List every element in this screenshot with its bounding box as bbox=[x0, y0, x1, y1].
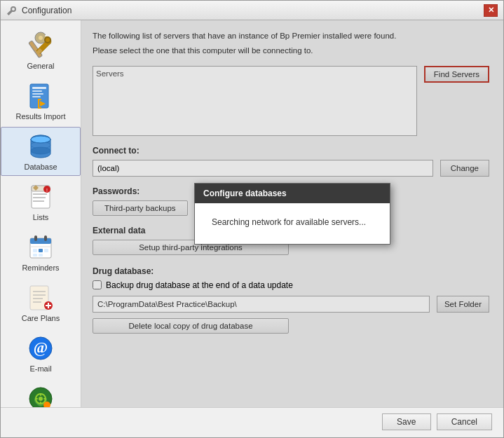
title-wrench-icon bbox=[6, 5, 18, 16]
sidebar: General Results Import bbox=[1, 20, 81, 407]
sidebar-item-database[interactable]: Database bbox=[1, 127, 81, 176]
sidebar-item-reminders-label: Reminders bbox=[22, 264, 59, 272]
svg-rect-31 bbox=[39, 254, 43, 256]
svg-point-13 bbox=[31, 147, 50, 154]
svg-point-2 bbox=[39, 36, 43, 40]
modal-overlay: Configure databases Searching network fo… bbox=[81, 20, 503, 407]
sidebar-item-email-label: E-mail bbox=[29, 364, 51, 373]
title-bar: Configuration ✕ bbox=[1, 1, 503, 20]
svg-rect-45 bbox=[40, 393, 41, 396]
wrench-icon bbox=[26, 31, 55, 60]
sidebar-item-results-import[interactable]: Results Import bbox=[1, 76, 81, 125]
title-bar-left: Configuration bbox=[6, 5, 71, 16]
svg-rect-46 bbox=[40, 402, 41, 404]
sidebar-item-general[interactable]: General bbox=[1, 26, 81, 75]
care-plans-icon bbox=[26, 283, 55, 313]
lists-icon: ! bbox=[26, 182, 55, 212]
configure-databases-modal: Configure databases Searching network fo… bbox=[194, 183, 390, 245]
main-content: The following list of servers that have … bbox=[81, 20, 503, 407]
footer: Save Cancel bbox=[1, 407, 503, 437]
sidebar-item-care-plans[interactable]: Care Plans bbox=[1, 278, 81, 327]
svg-rect-9 bbox=[32, 96, 41, 97]
save-button[interactable]: Save bbox=[382, 413, 431, 430]
sidebar-item-lists-label: Lists bbox=[33, 213, 49, 221]
sidebar-item-email[interactable]: @ E-mail bbox=[1, 329, 81, 378]
bp-comms-icon bbox=[26, 384, 55, 407]
results-import-icon bbox=[26, 81, 55, 111]
svg-rect-30 bbox=[33, 254, 37, 256]
svg-rect-23 bbox=[30, 238, 51, 244]
svg-text:!: ! bbox=[46, 188, 48, 193]
svg-rect-29 bbox=[44, 249, 48, 252]
svg-rect-47 bbox=[35, 398, 38, 399]
sidebar-item-database-label: Database bbox=[24, 163, 57, 171]
svg-text:@: @ bbox=[34, 338, 48, 356]
sidebar-item-bp-comms[interactable]: Bp Comms bbox=[1, 379, 81, 407]
svg-rect-28 bbox=[39, 249, 43, 252]
svg-point-14 bbox=[31, 136, 50, 143]
svg-rect-8 bbox=[32, 93, 43, 95]
window-body: General Results Import bbox=[1, 20, 503, 407]
reminders-icon bbox=[26, 233, 55, 262]
close-button[interactable]: ✕ bbox=[484, 4, 498, 17]
svg-rect-24 bbox=[34, 235, 37, 241]
svg-point-44 bbox=[39, 397, 43, 401]
configuration-window: Configuration ✕ bbox=[0, 0, 504, 438]
sidebar-item-lists[interactable]: ! Lists bbox=[1, 177, 81, 226]
sidebar-item-general-label: General bbox=[27, 62, 54, 70]
sidebar-item-reminders[interactable]: Reminders bbox=[1, 228, 81, 277]
sidebar-item-results-label: Results Import bbox=[16, 112, 66, 121]
svg-rect-6 bbox=[32, 87, 46, 89]
modal-message: Searching network for available servers.… bbox=[195, 203, 390, 244]
svg-rect-27 bbox=[33, 249, 37, 252]
svg-rect-25 bbox=[44, 235, 47, 241]
database-icon bbox=[26, 132, 55, 161]
svg-rect-48 bbox=[43, 398, 46, 399]
email-icon: @ bbox=[26, 334, 55, 363]
cancel-button[interactable]: Cancel bbox=[437, 413, 492, 430]
svg-rect-7 bbox=[32, 90, 42, 92]
sidebar-item-care-plans-label: Care Plans bbox=[22, 314, 60, 322]
title-text: Configuration bbox=[22, 6, 71, 15]
modal-title: Configure databases bbox=[195, 184, 390, 203]
